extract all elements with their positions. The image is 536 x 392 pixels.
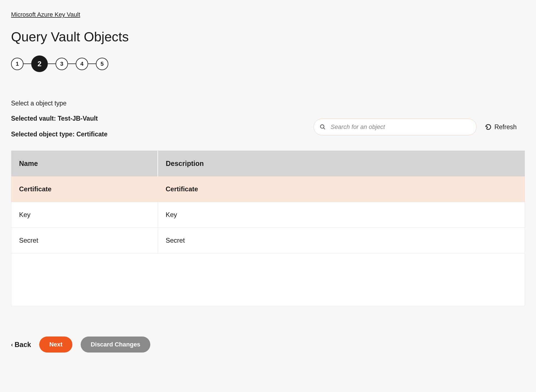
cell-name: Certificate (11, 176, 158, 202)
table-header-name: Name (11, 151, 158, 176)
step-4[interactable]: 4 (76, 58, 88, 70)
page-title: Query Vault Objects (11, 29, 525, 44)
svg-point-0 (320, 125, 324, 128)
search-container (314, 119, 477, 135)
instruction-text: Select a object type (11, 100, 525, 107)
refresh-button[interactable]: Refresh (485, 123, 517, 131)
cell-name: Key (11, 202, 158, 228)
step-connector (68, 63, 76, 64)
breadcrumb[interactable]: Microsoft Azure Key Vault (11, 11, 80, 18)
object-type-table: Name Description Certificate Certificate… (11, 150, 525, 306)
step-connector (88, 63, 96, 64)
svg-line-1 (324, 128, 325, 129)
back-label: Back (15, 341, 31, 349)
step-3[interactable]: 3 (56, 58, 68, 70)
refresh-icon (485, 124, 492, 130)
cell-description: Secret (158, 228, 525, 253)
cell-description: Key (158, 202, 525, 228)
discard-button[interactable]: Discard Changes (81, 337, 150, 353)
step-1[interactable]: 1 (11, 58, 23, 70)
footer-buttons: ‹ Back Next Discard Changes (11, 337, 525, 353)
cell-name: Secret (11, 228, 158, 253)
step-2[interactable]: 2 (31, 55, 48, 72)
search-input[interactable] (314, 119, 477, 135)
step-connector (48, 63, 56, 64)
table-header-description: Description (158, 151, 525, 176)
chevron-left-icon: ‹ (11, 341, 13, 348)
step-connector (23, 63, 31, 64)
table-row[interactable]: Secret Secret (11, 228, 525, 253)
back-button[interactable]: ‹ Back (11, 341, 31, 349)
table-row[interactable]: Key Key (11, 202, 525, 228)
search-icon (320, 124, 326, 130)
table-empty-space (11, 253, 525, 306)
step-5[interactable]: 5 (96, 58, 108, 70)
stepper: 1 2 3 4 5 (11, 55, 525, 72)
table-row[interactable]: Certificate Certificate (11, 176, 525, 202)
refresh-label: Refresh (494, 123, 517, 131)
next-button[interactable]: Next (39, 337, 72, 353)
cell-description: Certificate (158, 176, 525, 202)
